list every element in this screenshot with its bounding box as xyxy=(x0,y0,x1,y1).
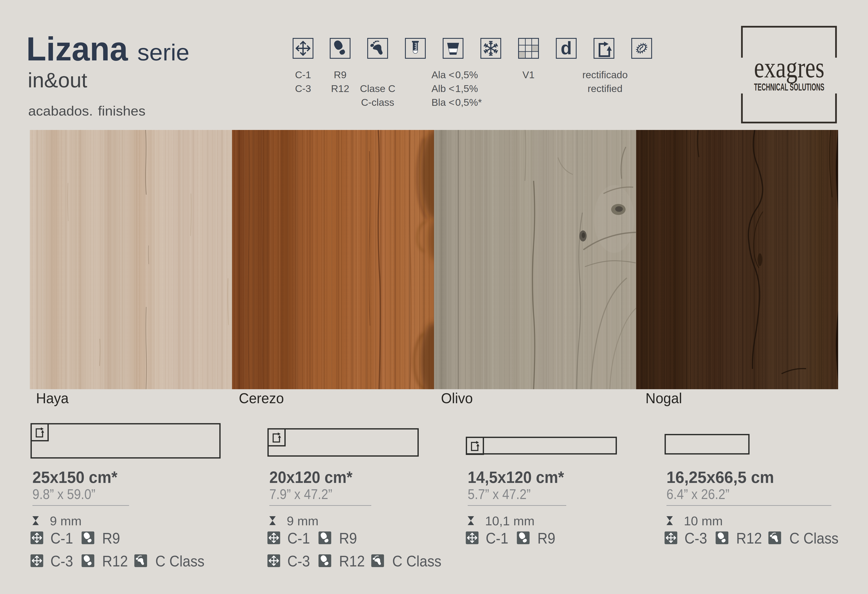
svg-text:TECHNICAL SOLUTIONS: TECHNICAL SOLUTIONS xyxy=(754,81,824,93)
svg-text:exagres: exagres xyxy=(754,51,824,84)
